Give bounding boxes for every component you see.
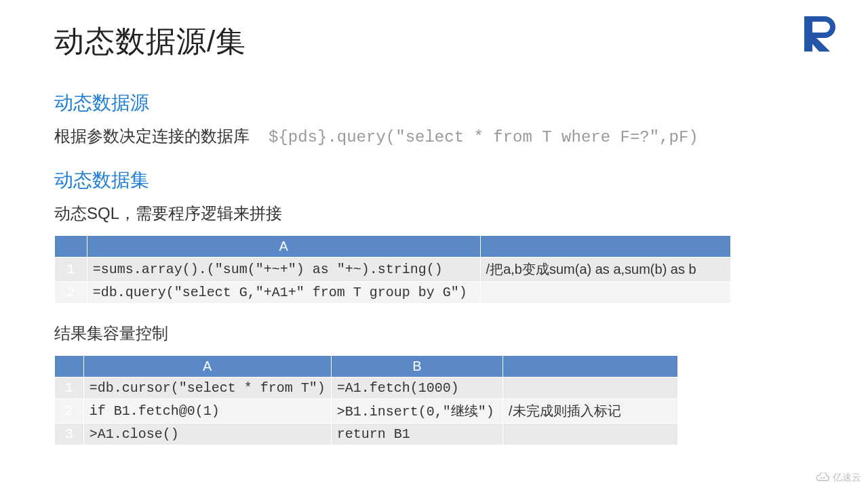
datasource-code: ${pds}.query("select * from T where F=?"… — [269, 128, 698, 146]
table-col-b: B — [331, 356, 502, 378]
page-title: 动态数据源/集 — [54, 22, 814, 62]
table-row: 2 if B1.fetch@0(1) >B1.insert(0,"继续") /未… — [55, 399, 678, 424]
table-capacity: A B 1 =db.cursor("select * from T") =A1.… — [54, 355, 678, 445]
table-row: 2 =db.query("select G,"+A1+" from T grou… — [55, 282, 731, 304]
svg-point-3 — [823, 476, 825, 478]
table-col-a: A — [87, 236, 480, 258]
table-row: 1 =sums.array().("sum("+~+") as "+~).str… — [55, 258, 731, 282]
cell-c2: /未完成则插入标记 — [503, 399, 678, 424]
watermark: 亿速云 — [815, 472, 861, 484]
table-col-a: A — [83, 356, 331, 378]
cell-a2: =db.query("select G,"+A1+" from T group … — [87, 282, 480, 304]
cell-c3 — [503, 424, 678, 445]
section-heading-capacity: 结果集容量控制 — [54, 323, 814, 344]
cell-b2: >B1.insert(0,"继续") — [331, 399, 502, 424]
brand-logo — [800, 14, 841, 57]
cell-a1: =db.cursor("select * from T") — [83, 378, 331, 399]
table-corner — [55, 236, 87, 258]
section-heading-datasource: 动态数据源 — [54, 90, 814, 116]
cell-a1: =sums.array().("sum("+~+") as "+~).strin… — [87, 258, 480, 282]
table-col-comment — [480, 236, 730, 258]
cell-a3: >A1.close() — [83, 424, 331, 445]
cell-comment-2 — [480, 282, 730, 304]
table-corner — [55, 356, 84, 378]
watermark-text: 亿速云 — [833, 472, 861, 484]
cell-b3: return B1 — [331, 424, 502, 445]
cell-comment-1: /把a,b变成sum(a) as a,sum(b) as b — [480, 258, 730, 282]
cloud-icon — [815, 472, 830, 484]
table-row: 1 =db.cursor("select * from T") =A1.fetc… — [55, 378, 678, 399]
table-col-comment — [503, 356, 678, 378]
svg-rect-1 — [814, 23, 823, 31]
dataset-desc: 动态SQL，需要程序逻辑来拼接 — [54, 203, 814, 224]
section-heading-dataset: 动态数据集 — [54, 167, 814, 193]
cell-b1: =A1.fetch(1000) — [331, 378, 502, 399]
cell-a2: if B1.fetch@0(1) — [83, 399, 331, 424]
datasource-desc: 根据参数决定连接的数据库 — [54, 125, 250, 147]
table-row: 3 >A1.close() return B1 — [55, 424, 678, 445]
table-dynamic-sql: A 1 =sums.array().("sum("+~+") as "+~).s… — [54, 235, 731, 304]
svg-point-2 — [821, 476, 822, 478]
cell-c1 — [503, 378, 678, 399]
